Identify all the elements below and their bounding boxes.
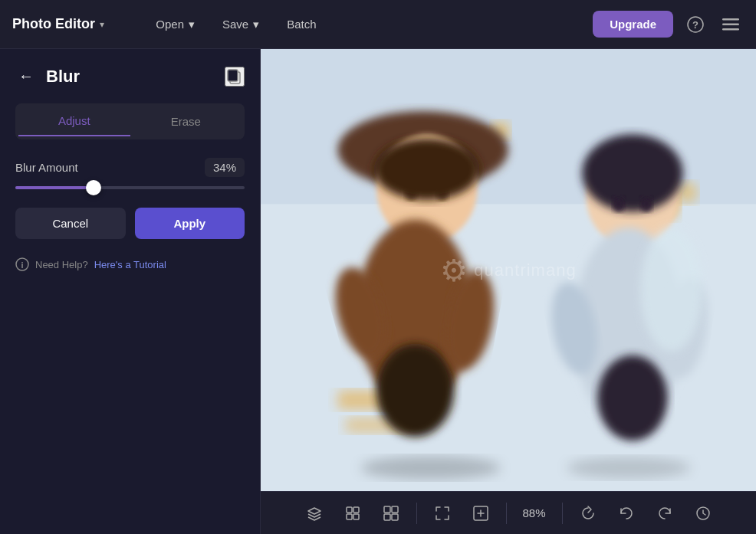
rotate-button[interactable] (572, 499, 604, 528)
svg-rect-3 (722, 23, 739, 25)
menu-button[interactable] (718, 14, 744, 35)
history-button[interactable] (687, 499, 719, 528)
svg-text:i: i (21, 260, 23, 270)
copy-button[interactable] (225, 67, 245, 87)
apply-button[interactable]: Apply (135, 208, 245, 239)
svg-point-27 (582, 134, 683, 211)
svg-text:?: ? (692, 19, 698, 31)
grid-icon (383, 505, 399, 522)
header: Photo Editor ▾ Open ▾ Save ▾ Batch Upgra… (0, 0, 756, 49)
action-buttons: Cancel Apply (15, 208, 245, 239)
blur-amount-value: 34% (205, 158, 245, 177)
tab-adjust[interactable]: Adjust (18, 106, 130, 136)
toolbar-divider-2 (506, 503, 507, 524)
help-text: Need Help? (35, 259, 88, 270)
cancel-button[interactable]: Cancel (15, 208, 126, 239)
back-button[interactable]: ← (15, 64, 37, 88)
svg-rect-42 (392, 506, 398, 513)
expand-icon (434, 505, 451, 522)
undo-button[interactable] (610, 499, 643, 528)
sidebar-header-left: ← Blur (15, 64, 80, 88)
svg-rect-4 (722, 28, 739, 31)
rotate-icon (580, 505, 597, 522)
help-row: i Need Help? Here's a Tutorial (15, 257, 245, 271)
open-button[interactable]: Open ▾ (145, 11, 205, 38)
open-dropdown-arrow: ▾ (189, 18, 195, 31)
app-title-group: Photo Editor ▾ (12, 16, 104, 32)
sidebar: ← Blur Adjust Erase Blur Amount 34% (0, 49, 261, 534)
svg-point-21 (374, 138, 480, 200)
slider-thumb[interactable] (86, 180, 101, 195)
edit-button[interactable] (337, 499, 369, 528)
redo-icon (656, 505, 673, 522)
svg-point-35 (361, 456, 501, 479)
save-button[interactable]: Save ▾ (212, 11, 270, 38)
question-icon: ? (687, 16, 704, 33)
svg-point-34 (640, 228, 702, 352)
copy-icon-svg (226, 68, 243, 85)
canvas-wrapper[interactable]: ⚙ quantrimang (261, 49, 756, 491)
svg-point-23 (376, 344, 454, 437)
header-actions: Upgrade ? (593, 11, 744, 38)
svg-point-31 (597, 355, 667, 441)
canvas-image: ⚙ quantrimang (261, 49, 756, 491)
header-nav: Open ▾ Save ▾ Batch (145, 11, 327, 38)
tutorial-link[interactable]: Here's a Tutorial (94, 259, 166, 270)
svg-rect-6 (228, 70, 238, 81)
toolbar-divider-3 (562, 503, 563, 524)
svg-rect-44 (392, 514, 398, 520)
svg-rect-37 (347, 507, 352, 513)
blur-amount-row: Blur Amount 34% (15, 158, 245, 177)
expand-button[interactable] (426, 499, 459, 528)
fit-button[interactable] (465, 499, 497, 528)
svg-point-36 (567, 457, 691, 478)
svg-rect-43 (384, 514, 390, 520)
slider-fill (15, 186, 94, 189)
tab-erase[interactable]: Erase (130, 106, 242, 136)
batch-button[interactable]: Batch (276, 11, 327, 37)
layers-button[interactable] (298, 499, 330, 528)
blur-slider-container[interactable] (15, 186, 245, 189)
history-icon (695, 505, 712, 522)
help-button[interactable]: ? (682, 11, 708, 38)
svg-rect-41 (384, 506, 390, 513)
upgrade-button[interactable]: Upgrade (593, 11, 673, 38)
svg-rect-2 (722, 18, 739, 21)
main-content: ← Blur Adjust Erase Blur Amount 34% (0, 49, 756, 534)
info-icon: i (15, 257, 29, 271)
svg-point-29 (640, 196, 652, 211)
app-title: Photo Editor (12, 16, 95, 32)
undo-icon (618, 505, 635, 522)
save-dropdown-arrow: ▾ (253, 18, 259, 31)
svg-point-28 (613, 196, 625, 211)
fit-icon (472, 505, 489, 522)
layers-icon (306, 505, 323, 522)
blur-amount-label: Blur Amount (15, 161, 78, 174)
canvas-svg (261, 49, 756, 491)
sidebar-title: Blur (46, 67, 80, 87)
tabs-container: Adjust Erase (15, 103, 245, 139)
svg-rect-40 (353, 514, 359, 519)
edit-icon (344, 505, 361, 522)
sidebar-header: ← Blur (15, 64, 245, 88)
slider-track (15, 186, 245, 189)
app-title-dropdown-arrow[interactable]: ▾ (100, 19, 104, 30)
redo-button[interactable] (649, 499, 681, 528)
hamburger-icon (722, 18, 739, 31)
bottom-toolbar: 88% (261, 491, 756, 534)
toolbar-divider-1 (416, 503, 417, 524)
svg-rect-38 (353, 507, 359, 513)
svg-rect-39 (347, 514, 352, 519)
canvas-area: ⚙ quantrimang (261, 49, 756, 534)
zoom-level: 88% (516, 506, 553, 519)
grid-button[interactable] (375, 499, 407, 528)
